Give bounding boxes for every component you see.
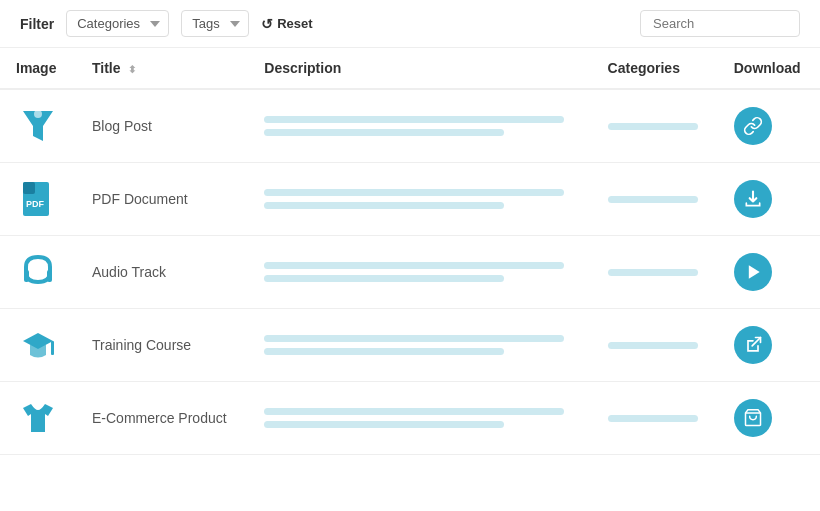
cell-image-audio-track (0, 236, 76, 309)
categories-select[interactable]: Categories (66, 10, 169, 37)
data-table: Image Title ⬍ Description Categories Dow… (0, 48, 820, 455)
col-header-image: Image (0, 48, 76, 89)
cell-description-training-course (248, 309, 591, 382)
cell-download-audio-track (718, 236, 820, 309)
cell-image-ecommerce-product (0, 382, 76, 455)
audio-icon (16, 250, 60, 294)
download-button-ecommerce-product[interactable] (734, 399, 772, 437)
cell-download-training-course (718, 309, 820, 382)
cell-categories-pdf-document (592, 163, 718, 236)
cell-description-pdf-document (248, 163, 591, 236)
svg-rect-8 (51, 341, 54, 355)
blog-icon (16, 104, 60, 148)
cell-categories-ecommerce-product (592, 382, 718, 455)
cell-categories-blog-post (592, 89, 718, 163)
svg-text:PDF: PDF (26, 199, 45, 209)
cell-title-blog-post: Blog Post (76, 89, 248, 163)
cell-download-ecommerce-product (718, 382, 820, 455)
col-header-title[interactable]: Title ⬍ (76, 48, 248, 89)
cell-title-pdf-document: PDF Document (76, 163, 248, 236)
cell-categories-audio-track (592, 236, 718, 309)
svg-marker-7 (749, 265, 760, 278)
cell-description-ecommerce-product (248, 382, 591, 455)
col-header-categories: Categories (592, 48, 718, 89)
svg-line-9 (752, 338, 760, 346)
reset-button[interactable]: ↺ Reset (261, 16, 312, 32)
cell-image-training-course (0, 309, 76, 382)
svg-rect-5 (24, 270, 29, 282)
table-header-row: Image Title ⬍ Description Categories Dow… (0, 48, 820, 89)
sort-icon: ⬍ (128, 64, 136, 75)
ecommerce-icon (16, 396, 60, 440)
cell-image-pdf-document: PDF (0, 163, 76, 236)
download-button-audio-track[interactable] (734, 253, 772, 291)
table-row: Blog Post (0, 89, 820, 163)
table-row: Audio Track (0, 236, 820, 309)
cell-download-pdf-document (718, 163, 820, 236)
table-row: E-Commerce Product (0, 382, 820, 455)
download-button-blog-post[interactable] (734, 107, 772, 145)
search-input[interactable] (640, 10, 800, 37)
filter-label: Filter (20, 16, 54, 32)
filter-bar: Filter Categories Tags ↺ Reset (0, 0, 820, 48)
col-header-description: Description (248, 48, 591, 89)
cell-title-ecommerce-product: E-Commerce Product (76, 382, 248, 455)
cell-title-audio-track: Audio Track (76, 236, 248, 309)
cell-download-blog-post (718, 89, 820, 163)
table-row: Training Course (0, 309, 820, 382)
cell-description-blog-post (248, 89, 591, 163)
reset-icon: ↺ (261, 16, 273, 32)
svg-rect-3 (23, 182, 35, 194)
cell-categories-training-course (592, 309, 718, 382)
table-row: PDF PDF Document (0, 163, 820, 236)
reset-label: Reset (277, 16, 312, 31)
training-icon (16, 323, 60, 367)
download-button-pdf-document[interactable] (734, 180, 772, 218)
cell-image-blog-post (0, 89, 76, 163)
col-header-download: Download (718, 48, 820, 89)
download-button-training-course[interactable] (734, 326, 772, 364)
pdf-icon: PDF (16, 177, 60, 221)
svg-point-1 (34, 110, 42, 118)
tags-select[interactable]: Tags (181, 10, 249, 37)
cell-title-training-course: Training Course (76, 309, 248, 382)
cell-description-audio-track (248, 236, 591, 309)
svg-rect-6 (47, 270, 52, 282)
